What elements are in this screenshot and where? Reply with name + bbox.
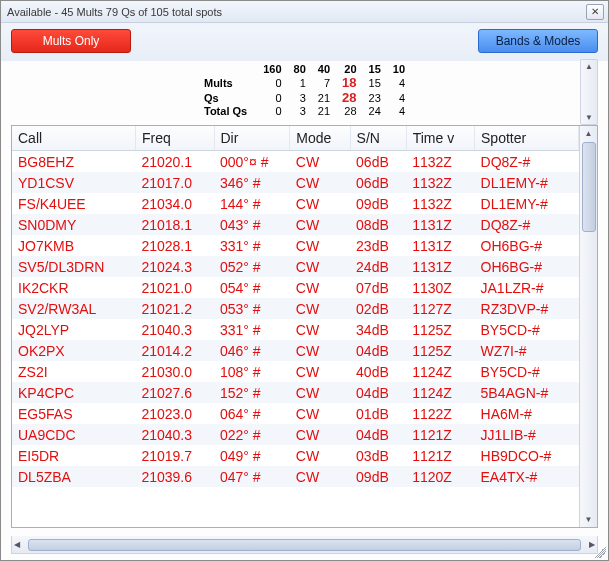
- grid-cell-freq: 21030.0: [135, 361, 214, 382]
- spots-grid-scroll: CallFreqDirModeS/NTime vSpotter BG8EHZ21…: [12, 126, 579, 527]
- grid-cell-call: FS/K4UEE: [12, 193, 135, 214]
- grid-cell-freq: 21017.0: [135, 172, 214, 193]
- grid-cell-dir: 052° #: [214, 256, 290, 277]
- close-button[interactable]: ✕: [586, 4, 604, 20]
- table-row[interactable]: IK2CKR21021.0054° #CW07dB1130ZJA1LZR-#: [12, 277, 579, 298]
- summary-band-header: 80: [288, 63, 312, 75]
- grid-cell-call: UA9CDC: [12, 424, 135, 445]
- scroll-up-icon[interactable]: ▲: [585, 60, 593, 73]
- table-row[interactable]: UA9CDC21040.3022° #CW04dB1121ZJJ1LIB-#: [12, 424, 579, 445]
- grid-cell-mode: CW: [290, 382, 350, 403]
- scroll-up-icon[interactable]: ▲: [585, 126, 593, 141]
- grid-cell-freq: 21021.0: [135, 277, 214, 298]
- grid-cell-call: IK2CKR: [12, 277, 135, 298]
- grid-column-header[interactable]: Dir: [214, 126, 290, 151]
- bands-modes-button[interactable]: Bands & Modes: [478, 29, 598, 53]
- summary-band-header: 20: [336, 63, 362, 75]
- grid-cell-time: 1125Z: [406, 340, 474, 361]
- table-row[interactable]: KP4CPC21027.6152° #CW04dB1124Z5B4AGN-#: [12, 382, 579, 403]
- grid-cell-call: SN0DMY: [12, 214, 135, 235]
- table-row[interactable]: EI5DR21019.7049° #CW03dB1121ZHB9DCO-#: [12, 445, 579, 466]
- grid-cell-dir: 331° #: [214, 319, 290, 340]
- table-row[interactable]: YD1CSV21017.0346° #CW06dB1132ZDL1EMY-#: [12, 172, 579, 193]
- scroll-left-icon[interactable]: ◀: [14, 540, 20, 549]
- grid-cell-dir: 144° #: [214, 193, 290, 214]
- grid-cell-freq: 21034.0: [135, 193, 214, 214]
- grid-cell-spotter: JJ1LIB-#: [475, 424, 579, 445]
- summary-scrollbar[interactable]: ▲ ▼: [580, 59, 598, 125]
- grid-cell-dir: 047° #: [214, 466, 290, 487]
- summary-cell: 3: [288, 90, 312, 105]
- table-row[interactable]: JQ2LYP21040.3331° #CW34dB1125ZBY5CD-#: [12, 319, 579, 340]
- summary-cell: 21: [312, 90, 336, 105]
- table-row[interactable]: BG8EHZ21020.1000°¤ #CW06dB1132ZDQ8Z-#: [12, 151, 579, 173]
- grid-cell-sn: 04dB: [350, 424, 406, 445]
- grid-cell-spotter: RZ3DVP-#: [475, 298, 579, 319]
- scrollbar-thumb[interactable]: [28, 539, 581, 551]
- grid-cell-dir: 064° #: [214, 403, 290, 424]
- table-row[interactable]: OK2PX21014.2046° #CW04dB1125ZWZ7I-#: [12, 340, 579, 361]
- table-row[interactable]: DL5ZBA21039.6047° #CW09dB1120ZEA4TX-#: [12, 466, 579, 487]
- grid-cell-mode: CW: [290, 298, 350, 319]
- grid-cell-sn: 23dB: [350, 235, 406, 256]
- grid-horizontal-scrollbar[interactable]: ◀ ▶: [11, 536, 598, 554]
- grid-cell-time: 1122Z: [406, 403, 474, 424]
- scrollbar-thumb[interactable]: [582, 142, 596, 232]
- grid-cell-spotter: DQ8Z-#: [475, 151, 579, 173]
- toolbar: Mults Only Bands & Modes: [1, 23, 608, 59]
- grid-cell-mode: CW: [290, 193, 350, 214]
- grid-cell-spotter: OH6BG-#: [475, 235, 579, 256]
- grid-column-header[interactable]: Call: [12, 126, 135, 151]
- summary-cell: 28: [336, 105, 362, 117]
- table-row[interactable]: JO7KMB21028.1331° #CW23dB1131ZOH6BG-#: [12, 235, 579, 256]
- resize-grip-icon[interactable]: [594, 546, 606, 558]
- grid-cell-call: SV5/DL3DRN: [12, 256, 135, 277]
- grid-vertical-scrollbar[interactable]: ▲ ▼: [579, 126, 597, 527]
- summary-band-header: 15: [363, 63, 387, 75]
- scroll-down-icon[interactable]: ▼: [585, 111, 593, 124]
- grid-column-header[interactable]: Freq: [135, 126, 214, 151]
- grid-column-header[interactable]: S/N: [350, 126, 406, 151]
- grid-cell-call: JQ2LYP: [12, 319, 135, 340]
- grid-cell-call: YD1CSV: [12, 172, 135, 193]
- grid-cell-mode: CW: [290, 340, 350, 361]
- titlebar[interactable]: Available - 45 Mults 79 Qs of 105 total …: [1, 1, 608, 23]
- grid-cell-sn: 02dB: [350, 298, 406, 319]
- summary-band-header: 10: [387, 63, 411, 75]
- summary-row-label: Mults: [198, 75, 257, 90]
- table-row[interactable]: SN0DMY21018.1043° #CW08dB1131ZDQ8Z-#: [12, 214, 579, 235]
- grid-cell-call: DL5ZBA: [12, 466, 135, 487]
- close-icon: ✕: [591, 6, 599, 17]
- grid-cell-spotter: OH6BG-#: [475, 256, 579, 277]
- summary-cell: 4: [387, 105, 411, 117]
- summary-cell: 4: [387, 90, 411, 105]
- window-title: Available - 45 Mults 79 Qs of 105 total …: [7, 6, 586, 18]
- grid-cell-time: 1120Z: [406, 466, 474, 487]
- grid-column-header[interactable]: Time v: [406, 126, 474, 151]
- grid-cell-time: 1130Z: [406, 277, 474, 298]
- spots-window: Available - 45 Mults 79 Qs of 105 total …: [0, 0, 609, 561]
- summary-cell: 1: [288, 75, 312, 90]
- table-row[interactable]: SV2/RW3AL21021.2053° #CW02dB1127ZRZ3DVP-…: [12, 298, 579, 319]
- table-row[interactable]: ZS2I21030.0108° #CW40dB1124ZBY5CD-#: [12, 361, 579, 382]
- table-row[interactable]: SV5/DL3DRN21024.3052° #CW24dB1131ZOH6BG-…: [12, 256, 579, 277]
- table-row[interactable]: FS/K4UEE21034.0144° #CW09dB1132ZDL1EMY-#: [12, 193, 579, 214]
- grid-column-header[interactable]: Spotter: [475, 126, 579, 151]
- grid-column-header[interactable]: Mode: [290, 126, 350, 151]
- grid-cell-dir: 054° #: [214, 277, 290, 298]
- grid-cell-time: 1121Z: [406, 445, 474, 466]
- scroll-down-icon[interactable]: ▼: [585, 512, 593, 527]
- grid-cell-freq: 21018.1: [135, 214, 214, 235]
- grid-cell-call: ZS2I: [12, 361, 135, 382]
- summary-cell: 4: [387, 75, 411, 90]
- grid-cell-sn: 09dB: [350, 193, 406, 214]
- grid-cell-sn: 08dB: [350, 214, 406, 235]
- table-row[interactable]: EG5FAS21023.0064° #CW01dB1122ZHA6M-#: [12, 403, 579, 424]
- grid-cell-call: SV2/RW3AL: [12, 298, 135, 319]
- mults-only-button[interactable]: Mults Only: [11, 29, 131, 53]
- grid-cell-sn: 24dB: [350, 256, 406, 277]
- grid-cell-sn: 04dB: [350, 382, 406, 403]
- grid-cell-mode: CW: [290, 256, 350, 277]
- grid-cell-time: 1132Z: [406, 193, 474, 214]
- summary-cell: 28: [336, 90, 362, 105]
